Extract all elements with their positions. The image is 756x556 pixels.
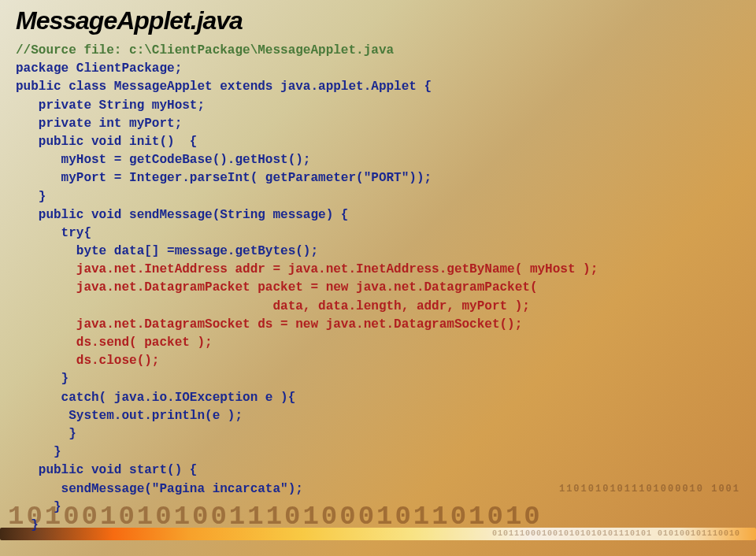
code-line: } [16, 188, 740, 206]
code-comment: //Source file: c:\ClientPackage\MessageA… [16, 42, 740, 60]
code-line-highlight: ds.close(); [16, 352, 740, 370]
code-line: private String myHost; [16, 97, 740, 115]
code-line: } [16, 370, 740, 388]
code-line: try{ [16, 224, 740, 243]
code-line: System.out.println(e ); [16, 407, 740, 425]
code-line: byte data[] =message.getBytes(); [16, 243, 740, 261]
code-line: public void sendMessage(String message) … [16, 206, 740, 224]
code-line-highlight: java.net.DatagramPacket packet = new jav… [16, 279, 740, 297]
code-line: myHost = getCodeBase().getHost(); [16, 151, 740, 169]
code-line: } [16, 499, 740, 517]
code-line-highlight: java.net.InetAddress addr = java.net.Ine… [16, 261, 740, 279]
code-line: package ClientPackage; [16, 60, 740, 78]
page-title: MessageApplet.java [16, 6, 740, 35]
code-line: public void init() { [16, 133, 740, 151]
code-line: } [16, 443, 740, 461]
code-line: catch( java.io.IOException e ){ [16, 389, 740, 407]
code-line-highlight: data, data.length, addr, myPort ); [16, 298, 740, 316]
code-line: public void start() { [16, 461, 740, 480]
code-line: private int myPort; [16, 115, 740, 133]
code-line: public class MessageApplet extends java.… [16, 78, 740, 96]
code-line-highlight: ds.send( packet ); [16, 334, 740, 352]
code-line: } [16, 517, 740, 535]
code-line: sendMessage("Pagina incarcata"); [16, 480, 740, 499]
code-line: } [16, 425, 740, 443]
code-line-highlight: java.net.DatagramSocket ds = new java.ne… [16, 316, 740, 334]
code-line: myPort = Integer.parseInt( getParameter(… [16, 169, 740, 187]
